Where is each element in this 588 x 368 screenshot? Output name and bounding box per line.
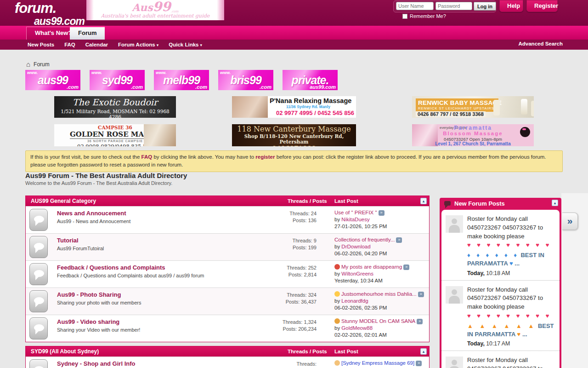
avatar[interactable] — [446, 356, 463, 368]
username-input[interactable] — [396, 2, 434, 10]
goto-lastpost-icon[interactable]: » — [418, 292, 424, 297]
banner-com: .com — [260, 84, 271, 90]
logo-line2: aus99.com — [34, 16, 85, 27]
lastpost-thread-link[interactable]: [Sydney Empress Massage 69] — [341, 360, 414, 366]
forum-description: Aus99 - News and Annoucement — [57, 218, 254, 224]
site-banner[interactable]: www. bris99 .com — [218, 70, 273, 90]
site-banner[interactable]: private. aus99.com — [283, 70, 338, 90]
lastpost-thread-link[interactable]: Stunny MODEL On CAM SANA — [341, 318, 415, 324]
forum-row: Aus99 - Photo Sharing Sharing your photo… — [26, 288, 429, 315]
forum-link[interactable]: Aus99 - Video sharing — [57, 318, 254, 325]
lastpost-user-link[interactable]: WiltonGreens — [341, 271, 373, 276]
ad-phone: 02 9977 4995 / 0452 545 856 — [276, 109, 356, 116]
ad-canterbury-massage[interactable]: 118 New Canterbury Massage Shop B/118-12… — [232, 124, 356, 146]
nav-menu-item[interactable]: New Posts — [28, 42, 54, 47]
forum-link[interactable]: News and Annoucement — [57, 210, 254, 217]
nav-menu-item[interactable]: Calendar — [85, 42, 108, 47]
lastpost-emoji-icon — [334, 360, 340, 366]
collapse-category-button[interactable]: ▴ — [420, 348, 427, 355]
forum-posts-icon — [444, 201, 451, 206]
nav-menu-item[interactable]: Forum Actions▾ — [118, 42, 158, 47]
forum-link[interactable]: Tutorial — [57, 237, 254, 244]
site-banner[interactable]: www. syd99 .com — [90, 70, 145, 90]
accent-icons-row: ♦ ♦ ♦ ♦ ♦ ♦ — [467, 252, 519, 259]
goto-lastpost-icon[interactable]: » — [396, 237, 402, 243]
lastpost-thread-link[interactable]: My posts are disappearng — [341, 264, 402, 270]
ad-phone: 0426 867 797 / 02 9518 3368 — [416, 111, 486, 117]
banner-com: .com — [67, 84, 79, 90]
collapse-sidebar-button[interactable]: ▴ — [552, 200, 558, 206]
ad-subtitle: Shop B/118-120 New Canterbury Rd, Peters… — [232, 133, 356, 144]
password-input[interactable] — [435, 2, 472, 10]
post-date: Today, 10:17 AM — [467, 340, 556, 347]
sidebar-post[interactable]: Roster for Monday call 0450723267 045073… — [441, 280, 560, 351]
sidebar-post[interactable]: Roster for Monday call 0450723267 045073… — [441, 351, 560, 368]
heart-icon: ♥ — [509, 260, 513, 267]
lastpost-thread-link[interactable]: Justsomehourhoe miss Dahlia... — [341, 291, 417, 297]
lastpost-by: by GoldMeow88 — [334, 325, 426, 332]
ad-renwick-massage[interactable]: RENWICK BABY MASSAGE RENWICK ST LEICHHAR… — [412, 96, 534, 118]
lastpost-date: 06-02-2026, 04:20 PM — [334, 250, 426, 257]
help-button[interactable]: Help — [499, 0, 523, 12]
header-ad-banner[interactable]: Aus99.com Australia's best adult enterta… — [86, 0, 224, 20]
avatar[interactable] — [446, 286, 463, 304]
lastpost-thread-link[interactable]: Use of " PREFIX " — [334, 210, 377, 215]
login-button[interactable]: Log in — [474, 2, 496, 11]
category-title: SYD99 (All About Sydney) — [31, 348, 99, 355]
site-logo[interactable]: forum. aus99.com — [15, 1, 85, 27]
forum-stats: Threads: 24 Posts: 136 — [258, 210, 317, 224]
page-title: Aus99 Forum - The Best Australia Adult D… — [25, 172, 187, 179]
lastpost-user-link[interactable]: NikitaDuesy — [341, 217, 369, 222]
lastpost-user-link[interactable]: Leonardfdg — [341, 298, 368, 304]
avatar[interactable] — [446, 215, 463, 233]
post-text: Roster for Monday call 0450723267 045073… — [467, 215, 543, 240]
posts-count: Posts: 2,814 — [258, 271, 317, 278]
lastpost-user-link[interactable]: GoldMeow88 — [341, 325, 373, 331]
forum-link[interactable]: Aus99 - Photo Sharing — [57, 291, 254, 298]
goto-lastpost-icon[interactable]: » — [379, 210, 384, 216]
tab-forum[interactable]: Forum — [70, 26, 105, 40]
lastpost-thread-link[interactable]: Collections of frequently... — [334, 237, 395, 242]
sidebar-header: New Forum Posts ▴ — [441, 198, 560, 210]
ad-pnana-massage[interactable]: P'Nana Relaxing Massage 11/36 Sydney Rd.… — [232, 96, 356, 118]
forum-link[interactable]: Sydney - Shop and Girl Info — [57, 360, 254, 367]
breadcrumb-forum-link[interactable]: Forum — [34, 61, 50, 68]
speech-bubble-icon — [34, 366, 44, 368]
logo-line1: forum. — [15, 1, 85, 15]
ad-exotic-boudoir[interactable]: The Exotic Boudoir 1/521 Military Road, … — [54, 96, 176, 118]
chevron-down-icon: ▾ — [200, 43, 202, 47]
sidebar-expand-button[interactable]: » — [562, 213, 578, 230]
forum-row: Aus99 - Video sharing Sharing your Video… — [26, 315, 429, 342]
home-icon[interactable]: ⌂ — [26, 60, 30, 68]
goto-lastpost-icon[interactable]: » — [417, 319, 423, 324]
post-link-suffix[interactable]: ... — [520, 331, 527, 338]
speech-bubble-icon — [34, 324, 44, 331]
forum-link[interactable]: Feedback / Questions and Complaints — [57, 264, 254, 271]
banner-title: Aus99.com — [86, 0, 224, 13]
sidebar-post[interactable]: Roster for Monday call 0450723267 045073… — [441, 210, 560, 280]
posts-count: Posts: 136 — [258, 217, 317, 224]
lastpost-user-link[interactable]: DrDownload — [341, 244, 370, 249]
goto-lastpost-icon[interactable]: » — [416, 361, 422, 366]
site-banner[interactable]: www. melb99 .com — [154, 70, 209, 90]
register-link[interactable]: register — [255, 154, 275, 160]
goto-lastpost-icon[interactable]: » — [403, 264, 409, 270]
forum-row: News and Annoucement Aus99 - News and An… — [26, 206, 429, 233]
lastpost-emoji-icon — [334, 264, 340, 270]
post-link-suffix[interactable]: ... — [513, 260, 520, 267]
register-button[interactable]: Register — [526, 0, 558, 12]
accent-icons-row: ▲ ▲ ▲ ▲ ▲ ▲ — [467, 322, 536, 329]
remember-me-checkbox[interactable] — [402, 14, 407, 19]
forum-stats: Threads: 1,324 Posts: 206,234 — [258, 319, 317, 333]
ad-title: RENWICK BABY MASSAGE — [418, 99, 496, 106]
faq-link[interactable]: FAQ — [141, 154, 153, 160]
ad-title: Parramatta — [412, 125, 534, 131]
ad-blossom-massage[interactable]: everyday 10 Girls Parramatta Blossom Mas… — [412, 124, 534, 146]
remember-me-label: Remember Me? — [410, 13, 446, 19]
ad-golden-rose-massage[interactable]: CAMPSIE 36 GOLDEN ROSE MASSAGE 36 NORTH … — [54, 124, 176, 146]
nav-menu-item[interactable]: FAQ — [64, 42, 75, 47]
collapse-category-button[interactable]: ▴ — [420, 198, 427, 204]
site-banner[interactable]: www. aus99 .com — [25, 70, 80, 90]
nav-menu-item[interactable]: Quick Links▾ — [169, 42, 202, 47]
advanced-search-link[interactable]: Advanced Search — [518, 41, 563, 46]
